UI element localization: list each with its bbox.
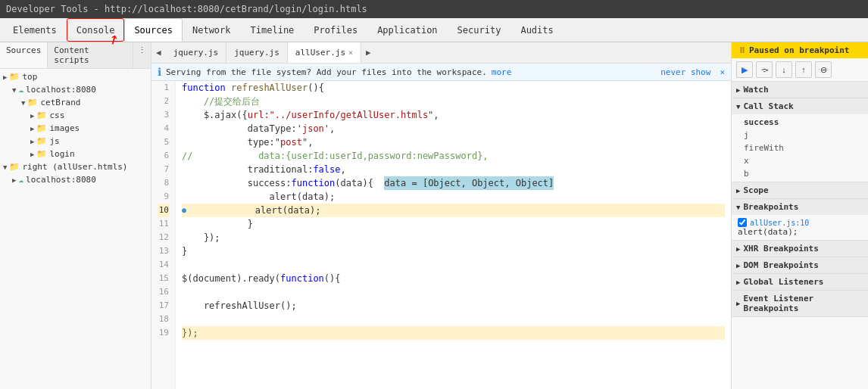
nav-tab-timeline[interactable]: Timeline [241, 18, 304, 42]
line-num-8: 8 [158, 176, 169, 190]
scope-header[interactable]: ▶ Scope [732, 182, 868, 198]
info-bar: ℹ Serving from the file system? Add your… [151, 64, 731, 81]
tree-item-css[interactable]: ▶ 📁 css [0, 109, 151, 122]
nav-tab-elements[interactable]: Elements [3, 18, 67, 42]
callstack-item-success[interactable]: success [732, 116, 868, 129]
line-num-14: 14 [158, 258, 169, 272]
code-line-18 [182, 313, 725, 326]
file-tab-close-alluser[interactable]: × [348, 48, 353, 57]
cloud-icon-localhost2: ☁ [18, 175, 23, 185]
code-token: refreshAllUser [231, 81, 308, 95]
nav-tab-audits[interactable]: Audits [510, 18, 563, 42]
file-tab-jquery-min[interactable]: jquery.js [166, 42, 227, 63]
sources-tab-sources[interactable]: Sources [0, 42, 48, 68]
code-token: }); [182, 326, 198, 340]
event-listener-section: ▶ Event Listener Breakpoints [732, 291, 868, 317]
callstack-item-x[interactable]: x [732, 154, 868, 167]
nav-tab-network[interactable]: Network [183, 18, 241, 42]
tree-item-right[interactable]: ▼ 📁 right (allUser.htmls) [0, 160, 151, 173]
file-tab-jquery[interactable]: jquery.js [226, 42, 288, 63]
code-line-15: $(document).ready(function(){ [182, 272, 725, 285]
callstack-item-b[interactable]: b [732, 167, 868, 180]
tree-label-right: right (allUser.htmls) [22, 162, 127, 172]
code-line-11: } [182, 217, 725, 231]
code-line-19: }); [182, 326, 725, 340]
tree-item-localhost2[interactable]: ▶ ☁ localhost:8080 [0, 173, 151, 186]
line-num-2: 2 [158, 95, 169, 108]
sources-tab-content-scripts[interactable]: Content scripts [48, 42, 133, 68]
debug-step-over[interactable]: ⤼ [756, 61, 773, 78]
info-more-link[interactable]: more [492, 67, 512, 77]
tree-arrow-js: ▶ [30, 138, 34, 145]
code-line-10: ● alert(data); [182, 204, 725, 217]
tree-arrow-right: ▼ [3, 163, 7, 171]
breakpoint-check[interactable] [738, 218, 747, 227]
info-bar-right: never show × [660, 67, 725, 77]
callstack-item-j[interactable]: j [732, 129, 868, 142]
nav-tab-application[interactable]: Application [367, 18, 447, 42]
tree-item-cetbrand[interactable]: ▼ 📁 cetBrand [0, 96, 151, 109]
code-token: success: [182, 176, 292, 190]
event-listener-header[interactable]: ▶ Event Listener Breakpoints [732, 291, 868, 316]
breakpoints-arrow: ▼ [736, 204, 740, 211]
watch-arrow: ▶ [736, 86, 740, 94]
code-token: } [182, 217, 253, 231]
tree-arrow-localhost2: ▶ [12, 176, 16, 184]
left-panel: Sources Content scripts ⋮ ▶ 📁 top ▼ ☁ lo… [0, 42, 151, 389]
tree-item-top[interactable]: ▶ 📁 top [0, 70, 151, 83]
nav-tab-console[interactable]: Console [67, 18, 125, 42]
tree-item-localhost[interactable]: ▼ ☁ localhost:8080 [0, 83, 151, 96]
nav-tab-sources[interactable]: Sources [124, 18, 183, 42]
debug-step-out[interactable]: ↑ [795, 61, 812, 78]
xhr-breakpoints-section: ▶ XHR Breakpoints [732, 241, 868, 257]
code-token: // data:{userId:userId,password:newPassw… [182, 149, 489, 163]
main-layout: Sources Content scripts ⋮ ▶ 📁 top ▼ ☁ lo… [0, 42, 868, 389]
xhr-breakpoints-header[interactable]: ▶ XHR Breakpoints [732, 241, 868, 257]
line-num-10: 10 [158, 204, 169, 217]
tree-label-localhost2: localhost:8080 [26, 175, 96, 185]
code-token: } [182, 244, 187, 258]
tree-label-images: images [49, 123, 80, 133]
line-num-16: 16 [158, 285, 169, 299]
line-numbers: 1 2 3 4 5 6 7 8 9 10 11 12 13 14 15 16 1 [151, 81, 176, 389]
callstack-content: success j fireWith x b [732, 114, 868, 182]
tree-arrow-top: ▶ [3, 73, 7, 81]
breakpoint-file: allUser.js:10 [750, 219, 809, 227]
line-num-6: 6 [158, 149, 169, 163]
global-listeners-section: ▶ Global Listeners [732, 274, 868, 291]
code-panel: ◀ jquery.js jquery.js allUser.js × ▶ ℹ S… [151, 42, 732, 389]
file-tab-next[interactable]: ▶ [361, 45, 376, 61]
code-line-5: type:"post", [182, 135, 725, 149]
watch-section-header[interactable]: ▶ Watch [732, 82, 868, 98]
tree-label-localhost: localhost:8080 [26, 85, 96, 95]
callstack-item-firewith[interactable]: fireWith [732, 142, 868, 154]
debug-deactivate[interactable]: ⊖ [815, 61, 832, 78]
code-token: function [280, 272, 324, 285]
info-text: Serving from the file system? Add your f… [166, 67, 487, 77]
breakpoints-header[interactable]: ▼ Breakpoints [732, 199, 868, 215]
code-token: , [329, 122, 335, 135]
nav-tab-security[interactable]: Security [448, 18, 511, 42]
info-close-button[interactable]: × [720, 67, 725, 77]
line-num-17: 17 [158, 299, 169, 313]
code-line-9: alert(data); [182, 190, 725, 204]
dom-breakpoints-header[interactable]: ▶ DOM Breakpoints [732, 257, 868, 273]
global-listeners-header[interactable]: ▶ Global Listeners [732, 274, 868, 290]
file-tab-alluser[interactable]: allUser.js × [288, 42, 361, 63]
debug-step-into[interactable]: ↓ [776, 61, 792, 78]
sources-tab-more[interactable]: ⋮ [133, 42, 151, 68]
code-token: //提交给后台 [182, 95, 260, 108]
info-never-show-link[interactable]: never show [660, 67, 710, 77]
paused-banner: ⏸ Paused on breakpoint [732, 42, 868, 58]
debug-resume[interactable]: ▶ [736, 61, 753, 78]
tree-item-images[interactable]: ▶ 📁 images [0, 122, 151, 135]
tree-item-login[interactable]: ▶ 📁 login [0, 148, 151, 160]
nav-tab-profiles[interactable]: Profiles [304, 18, 367, 42]
file-tree: ▶ 📁 top ▼ ☁ localhost:8080 ▼ 📁 cetBrand [0, 69, 151, 389]
tree-item-js[interactable]: ▶ 📁 js [0, 135, 151, 148]
callstack-header[interactable]: ▼ Call Stack [732, 98, 868, 114]
code-token: (data){ [335, 176, 384, 190]
code-token: alert(data); [182, 190, 335, 204]
line-num-18: 18 [158, 313, 169, 326]
file-tab-prev[interactable]: ◀ [151, 45, 166, 61]
